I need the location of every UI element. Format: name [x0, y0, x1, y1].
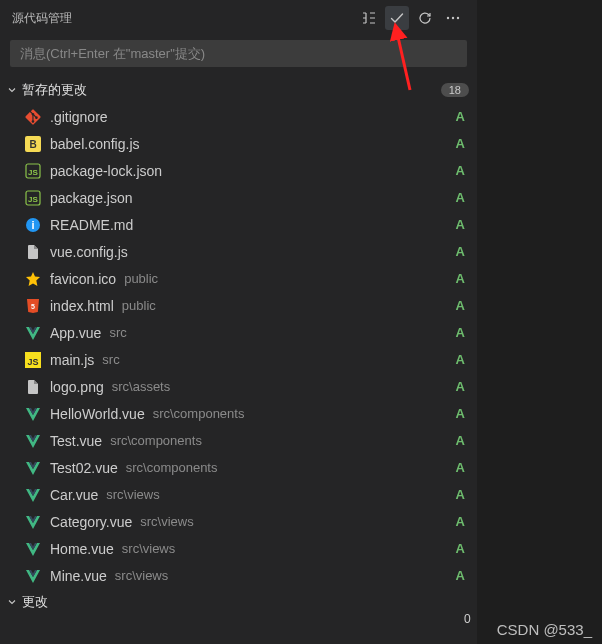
file-row[interactable]: Test.vuesrc\componentsA [0, 427, 477, 454]
vue-icon [24, 405, 42, 423]
file-status: A [456, 244, 465, 259]
star-icon [24, 270, 42, 288]
file-path: public [122, 298, 156, 313]
html-icon: 5 [24, 297, 42, 315]
file-row[interactable]: HelloWorld.vuesrc\componentsA [0, 400, 477, 427]
vue-icon [24, 513, 42, 531]
file-status: A [456, 298, 465, 313]
file-status: A [456, 352, 465, 367]
file-path: src\views [106, 487, 159, 502]
file-row[interactable]: Mine.vuesrc\viewsA [0, 562, 477, 589]
file-name: Test02.vue [50, 460, 118, 476]
file-path: src\views [122, 541, 175, 556]
file-name: HelloWorld.vue [50, 406, 145, 422]
changes-count: 0 [464, 612, 471, 626]
file-row[interactable]: Bbabel.config.jsA [0, 130, 477, 157]
file-row[interactable]: .gitignoreA [0, 103, 477, 130]
file-row[interactable]: 5index.htmlpublicA [0, 292, 477, 319]
file-name: favicon.ico [50, 271, 116, 287]
view-tree-icon[interactable] [357, 6, 381, 30]
panel-title: 源代码管理 [12, 10, 72, 27]
file-path: src\views [140, 514, 193, 529]
file-row[interactable]: Category.vuesrc\viewsA [0, 508, 477, 535]
refresh-icon[interactable] [413, 6, 437, 30]
file-status: A [456, 379, 465, 394]
file-path: src\components [153, 406, 245, 421]
file-status: A [456, 433, 465, 448]
file-name: Mine.vue [50, 568, 107, 584]
staged-file-list: .gitignoreABbabel.config.jsAJSpackage-lo… [0, 103, 477, 589]
file-name: Test.vue [50, 433, 102, 449]
git-icon [24, 108, 42, 126]
file-path: src [102, 352, 119, 367]
changes-section-header[interactable]: 更改 [0, 589, 477, 615]
header-actions [357, 6, 465, 30]
info-icon: i [24, 216, 42, 234]
file-status: A [456, 568, 465, 583]
vue-icon [24, 567, 42, 585]
file-status: A [456, 109, 465, 124]
vue-icon [24, 486, 42, 504]
file-status: A [456, 163, 465, 178]
panel-header: 源代码管理 [0, 0, 477, 36]
staged-count-badge: 18 [441, 83, 469, 97]
staged-section-header[interactable]: 暂存的更改 18 [0, 77, 477, 103]
commit-message-input[interactable] [10, 40, 467, 67]
svg-text:JS: JS [27, 357, 38, 367]
file-status: A [456, 541, 465, 556]
file-status: A [456, 271, 465, 286]
file-row[interactable]: iREADME.mdA [0, 211, 477, 238]
chevron-down-icon [4, 84, 20, 96]
file-row[interactable]: logo.pngsrc\assetsA [0, 373, 477, 400]
more-icon[interactable] [441, 6, 465, 30]
file-status: A [456, 136, 465, 151]
js-green-icon: JS [24, 189, 42, 207]
js-green-icon: JS [24, 162, 42, 180]
file-row[interactable]: App.vuesrcA [0, 319, 477, 346]
watermark: CSDN @533_ [497, 621, 592, 638]
staged-section-title: 暂存的更改 [22, 81, 441, 99]
file-name: main.js [50, 352, 94, 368]
file-path: src\components [126, 460, 218, 475]
file-name: Car.vue [50, 487, 98, 503]
file-name: App.vue [50, 325, 101, 341]
file-status: A [456, 217, 465, 232]
js-icon: JS [24, 351, 42, 369]
file-icon [24, 378, 42, 396]
svg-point-1 [452, 17, 454, 19]
svg-text:i: i [31, 219, 34, 231]
file-name: index.html [50, 298, 114, 314]
svg-text:B: B [29, 139, 36, 150]
file-name: babel.config.js [50, 136, 140, 152]
svg-text:JS: JS [28, 194, 38, 203]
file-path: src\components [110, 433, 202, 448]
file-path: public [124, 271, 158, 286]
file-status: A [456, 460, 465, 475]
file-status: A [456, 325, 465, 340]
file-row[interactable]: JSpackage.jsonA [0, 184, 477, 211]
file-path: src\views [115, 568, 168, 583]
file-name: .gitignore [50, 109, 108, 125]
file-row[interactable]: favicon.icopublicA [0, 265, 477, 292]
file-name: README.md [50, 217, 133, 233]
file-status: A [456, 406, 465, 421]
file-row[interactable]: vue.config.jsA [0, 238, 477, 265]
file-status: A [456, 487, 465, 502]
vue-icon [24, 432, 42, 450]
file-row[interactable]: JSmain.jssrcA [0, 346, 477, 373]
vue-icon [24, 540, 42, 558]
file-row[interactable]: Test02.vuesrc\componentsA [0, 454, 477, 481]
babel-icon: B [24, 135, 42, 153]
file-row[interactable]: Home.vuesrc\viewsA [0, 535, 477, 562]
file-row[interactable]: JSpackage-lock.jsonA [0, 157, 477, 184]
file-path: src [109, 325, 126, 340]
file-name: logo.png [50, 379, 104, 395]
file-name: Home.vue [50, 541, 114, 557]
commit-icon[interactable] [385, 6, 409, 30]
file-path: src\assets [112, 379, 171, 394]
file-row[interactable]: Car.vuesrc\viewsA [0, 481, 477, 508]
svg-point-2 [457, 17, 459, 19]
file-name: vue.config.js [50, 244, 128, 260]
chevron-down-icon [4, 596, 20, 608]
file-status: A [456, 514, 465, 529]
